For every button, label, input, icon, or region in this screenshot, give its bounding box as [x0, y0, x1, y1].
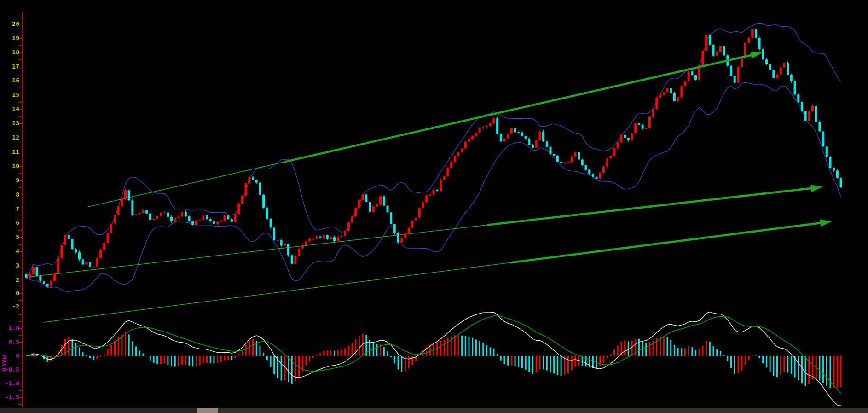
kline-y-axis-label: 12 — [0, 134, 19, 141]
macd-pane-label: MACD — [1, 355, 8, 372]
kline-y-axis-label: 19 — [0, 35, 19, 41]
kline-y-axis-label: 0 — [0, 290, 19, 297]
kline-y-axis-label: 11 — [0, 149, 19, 155]
macd-y-axis-label: -1.5 — [0, 394, 19, 401]
kline-y-axis-label: 7 — [0, 206, 19, 212]
kline-y-axis-label: 16 — [0, 77, 19, 84]
kline-y-axis-label: 2 — [0, 277, 19, 283]
kline-y-axis-label: 18 — [0, 49, 19, 56]
kline-y-axis-label: 5 — [0, 234, 19, 240]
horizontal-scrollbar[interactable] — [0, 408, 868, 413]
scrollbar-thumb[interactable] — [197, 408, 218, 413]
macd-y-axis-label: 0.5 — [0, 339, 19, 345]
kline-y-axis-label: 15 — [0, 92, 19, 98]
kline-y-axis-label: 8 — [0, 192, 19, 198]
macd-y-axis-label: -1.0 — [0, 380, 19, 387]
kline-y-axis-label: 17 — [0, 64, 19, 70]
kline-y-axis-label: 14 — [0, 106, 19, 112]
kline-y-axis-label: 4 — [0, 248, 19, 255]
kline-y-axis-label: 3 — [0, 262, 19, 269]
macd-y-axis-label: 1.0 — [0, 325, 19, 332]
kline-y-axis-label: 13 — [0, 120, 19, 127]
app-window: 【胆367中123】频率K线(当前遗漏:1 周期:1 理论周期:1.52) 20… — [0, 0, 868, 413]
kline-y-axis-label: 10 — [0, 163, 19, 169]
kline-y-axis-label: 20 — [0, 21, 19, 27]
kline-macd-chart-canvas[interactable] — [0, 0, 868, 413]
kline-y-axis-label: -2 — [0, 303, 19, 310]
kline-y-axis-label: 6 — [0, 220, 19, 226]
kline-y-axis-label: 9 — [0, 177, 19, 184]
